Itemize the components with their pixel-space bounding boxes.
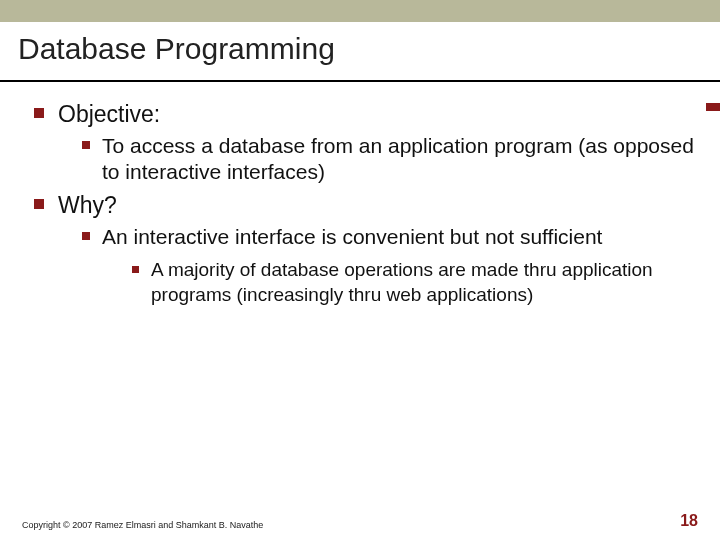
copyright-text: Copyright © 2007 Ramez Elmasri and Shamk…: [22, 520, 263, 530]
accent-bar: [706, 103, 720, 111]
bullet-level1: Why?: [34, 191, 698, 220]
bullet-text: A majority of database operations are ma…: [151, 258, 698, 307]
bullet-text: Objective:: [58, 100, 698, 129]
bullet-text: Why?: [58, 191, 698, 220]
bullet-level3: A majority of database operations are ma…: [132, 258, 698, 307]
bullet-level2: To access a database from an application…: [82, 133, 698, 186]
slide-content: Objective: To access a database from an …: [0, 82, 720, 308]
bullet-level1: Objective:: [34, 100, 698, 129]
slide-title: Database Programming: [18, 32, 702, 66]
square-bullet-icon: [82, 141, 90, 149]
square-bullet-icon: [34, 199, 44, 209]
slide-footer: Copyright © 2007 Ramez Elmasri and Shamk…: [0, 512, 720, 530]
square-bullet-icon: [82, 232, 90, 240]
page-number: 18: [680, 512, 698, 530]
square-bullet-icon: [132, 266, 139, 273]
bullet-text: To access a database from an application…: [102, 133, 698, 186]
square-bullet-icon: [34, 108, 44, 118]
bullet-level2: An interactive interface is convenient b…: [82, 224, 698, 250]
title-area: Database Programming: [0, 22, 720, 82]
top-color-band: [0, 0, 720, 22]
bullet-text: An interactive interface is convenient b…: [102, 224, 698, 250]
